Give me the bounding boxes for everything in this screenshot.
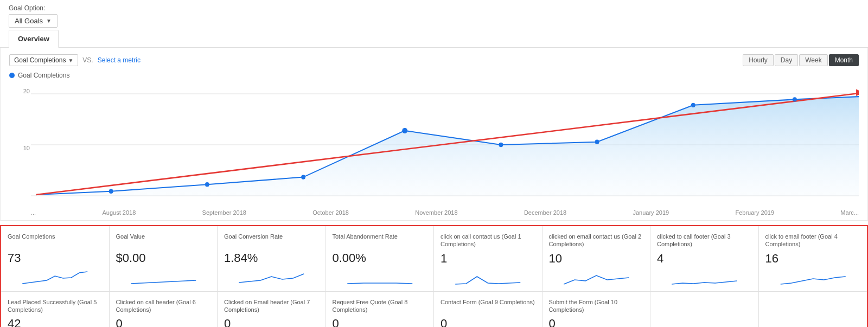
metric-title-goal8: Request Free Quote (Goal 8 Completions) (333, 298, 427, 314)
metric-dropdown[interactable]: Goal Completions ▼ (9, 54, 78, 66)
red-arrow (856, 89, 859, 97)
sparkline-conversion-rate (224, 268, 319, 285)
y-axis-labels: 20 10 (9, 82, 30, 207)
metric-title-goal2: clicked on email contact us (Goal 2 Comp… (549, 233, 644, 248)
x-label-feb: February 2019 (735, 209, 774, 216)
sparkline-goal3 (657, 269, 752, 285)
goal-dropdown[interactable]: All Goals ▼ (9, 14, 58, 28)
x-label-dec: December 2018 (524, 209, 566, 216)
metric-title-conversion-rate: Goal Conversion Rate (224, 233, 319, 248)
goal-option-section: Goal Option: All Goals ▼ (0, 0, 868, 30)
goal-option-label: Goal Option: (9, 4, 859, 12)
metric-title-goal-value: Goal Value (116, 233, 211, 248)
select-metric-link[interactable]: Select a metric (98, 56, 141, 64)
sparkline-goal2 (549, 269, 644, 285)
metric-value-goal7: 0 (224, 317, 319, 327)
metrics-row2: Lead Placed Successfully (Goal 5 Complet… (0, 292, 868, 327)
x-label-start: ... (31, 209, 36, 216)
legend-dot (9, 73, 15, 78)
sparkline-abandonment-rate (333, 268, 427, 285)
metric-value-goal1: 1 (441, 252, 535, 266)
data-point-feb (691, 103, 695, 107)
metrics-row1: Goal Completions 73 Goal Value $0.00 Goa… (0, 225, 868, 292)
metric-value-abandonment-rate: 0.00% (333, 251, 427, 265)
chart-legend: Goal Completions (9, 72, 859, 79)
metric-value-goal8: 0 (333, 317, 427, 327)
x-label-sep: September 2018 (202, 209, 246, 216)
metric-title-goal3: clicked to call footer (Goal 3 Completio… (657, 233, 752, 248)
metric-title-goal10: Submit the Form (Goal 10 Completions) (549, 298, 644, 314)
tab-overview[interactable]: Overview (9, 30, 59, 48)
goal-dropdown-value: All Goals (15, 17, 43, 25)
metric-title-goal-completions: Goal Completions (8, 233, 103, 248)
metric-card-goal5: Lead Placed Successfully (Goal 5 Complet… (1, 292, 110, 327)
metric-value-conversion-rate: 1.84% (224, 251, 319, 265)
chart-area: 20 10 (9, 82, 859, 207)
metric-card-goal-value: Goal Value $0.00 (110, 226, 218, 292)
metric-title-goal6: Clicked on call header (Goal 6 Completio… (116, 298, 211, 314)
chart-controls: Goal Completions ▼ VS. Select a metric H… (9, 54, 859, 66)
metric-controls: Goal Completions ▼ VS. Select a metric (9, 54, 141, 66)
data-point-aug (109, 189, 113, 194)
metric-card-goal4: click to email footer (Goal 4 Completion… (759, 226, 867, 292)
chevron-down-icon-metric: ▼ (68, 57, 73, 63)
metric-value-goal5: 42 (8, 317, 103, 327)
x-axis: ... August 2018 September 2018 October 2… (9, 207, 859, 220)
metric-card-goal-completions: Goal Completions 73 (1, 226, 110, 292)
metric-card-empty2 (759, 292, 867, 327)
time-btn-month[interactable]: Month (829, 54, 859, 66)
data-point-oct (301, 175, 305, 179)
time-btn-week[interactable]: Week (799, 54, 827, 66)
sparkline-goal4 (765, 269, 861, 285)
metric-title-goal4: click to email footer (Goal 4 Completion… (765, 233, 861, 248)
metric-card-goal3: clicked to call footer (Goal 3 Completio… (650, 226, 759, 292)
metric-value-goal-value: $0.00 (116, 251, 211, 265)
page-wrapper: Goal Option: All Goals ▼ Overview Goal C… (0, 0, 868, 327)
metric-value-goal-completions: 73 (8, 251, 103, 265)
metric-dropdown-value: Goal Completions (14, 56, 66, 64)
metric-value-goal9: 0 (441, 317, 535, 327)
vs-label: VS. (82, 56, 93, 64)
metric-card-abandonment-rate: Total Abandonment Rate 0.00% (326, 226, 435, 292)
metric-title-goal9: Contact Form (Goal 9 Completions) (441, 298, 535, 313)
metric-card-empty1 (650, 292, 759, 327)
metric-card-goal8: Request Free Quote (Goal 8 Completions) … (326, 292, 435, 327)
metric-value-goal4: 16 (765, 252, 861, 266)
x-label-oct: October 2018 (312, 209, 349, 216)
metric-value-goal6: 0 (116, 317, 211, 327)
data-point-jan (595, 140, 599, 144)
metric-card-goal10: Submit the Form (Goal 10 Completions) 0 (542, 292, 651, 327)
metric-value-goal10: 0 (549, 317, 644, 327)
metric-card-goal6: Clicked on call header (Goal 6 Completio… (110, 292, 218, 327)
metric-card-goal2: clicked on email contact us (Goal 2 Comp… (542, 226, 651, 292)
metric-value-goal2: 10 (549, 252, 644, 266)
y-label-10: 10 (9, 145, 30, 151)
x-label-aug: August 2018 (103, 209, 136, 216)
metric-title-goal5: Lead Placed Successfully (Goal 5 Complet… (8, 298, 103, 314)
time-btn-day[interactable]: Day (775, 54, 798, 66)
sparkline-goal1 (441, 269, 535, 285)
time-btn-hourly[interactable]: Hourly (743, 54, 774, 66)
metric-card-goal7: Clicked on Email header (Goal 7 Completi… (218, 292, 326, 327)
x-label-mar: Marc... (840, 209, 859, 216)
x-label-nov: November 2018 (415, 209, 457, 216)
chart-area-fill (36, 97, 859, 196)
chart-section: Goal Completions ▼ VS. Select a metric H… (0, 48, 868, 221)
sparkline-goal-completions (8, 268, 103, 285)
metric-title-abandonment-rate: Total Abandonment Rate (333, 233, 427, 248)
data-point-sep (205, 182, 209, 187)
metric-card-conversion-rate: Goal Conversion Rate 1.84% (218, 226, 326, 292)
metric-title-goal1: click on call contact us (Goal 1 Complet… (441, 233, 535, 248)
data-point-mar (793, 97, 797, 101)
x-label-jan: January 2019 (633, 209, 669, 216)
metric-card-goal9: Contact Form (Goal 9 Completions) 0 (434, 292, 542, 327)
sparkline-goal-value (116, 268, 211, 285)
data-point-dec (499, 143, 503, 147)
data-point-nov (402, 128, 407, 133)
metric-title-goal7: Clicked on Email header (Goal 7 Completi… (224, 298, 319, 314)
tab-bar: Overview (0, 30, 868, 48)
metric-card-goal1: click on call contact us (Goal 1 Complet… (434, 226, 542, 292)
chevron-down-icon: ▼ (46, 18, 52, 24)
y-label-20: 20 (9, 88, 30, 94)
metric-value-goal3: 4 (657, 252, 752, 266)
